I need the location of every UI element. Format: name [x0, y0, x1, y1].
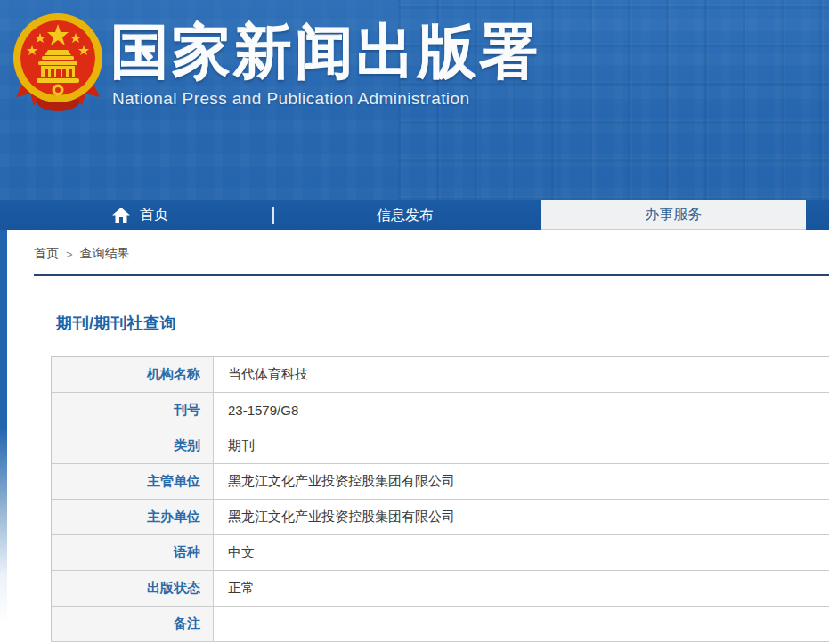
row-value: 正常 — [214, 571, 829, 606]
breadcrumb-current: 查询结果 — [80, 246, 130, 262]
row-label: 备注 — [51, 607, 214, 641]
page-title: 期刊/期刊社查询 — [56, 313, 176, 334]
nav-item-info-release[interactable]: 信息发布 — [338, 200, 472, 230]
page: 国家新闻出版署 National Press and Publication A… — [0, 0, 829, 644]
row-label: 刊号 — [51, 393, 214, 428]
left-accent-strip — [0, 230, 7, 641]
nav-item-home[interactable]: 首页 — [112, 200, 168, 230]
table-row: 主办单位 黑龙江文化产业投资控股集团有限公司 — [51, 500, 829, 535]
nav-item-services-active-tab[interactable]: 办事服务 — [541, 200, 806, 230]
site-subtitle-en: National Press and Publication Administr… — [112, 89, 611, 109]
nav-divider — [272, 207, 274, 224]
row-label: 类别 — [51, 428, 214, 463]
table-row: 语种 中文 — [51, 535, 829, 571]
row-value: 23-1579/G8 — [214, 393, 829, 428]
row-value: 当代体育科技 — [214, 357, 829, 392]
site-title: 国家新闻出版署 — [110, 16, 609, 87]
nav-item-home-label: 首页 — [140, 206, 168, 224]
nav-item-info-label: 信息发布 — [377, 208, 434, 223]
row-value — [214, 607, 829, 641]
row-value: 期刊 — [214, 428, 829, 463]
table-row: 主管单位 黑龙江文化产业投资控股集团有限公司 — [51, 464, 829, 500]
row-label: 主管单位 — [51, 464, 214, 499]
table-row: 备注 — [51, 607, 829, 642]
breadcrumb: 首页 > 查询结果 — [34, 246, 130, 262]
breadcrumb-separator: > — [66, 248, 73, 261]
table-row: 刊号 23-1579/G8 — [51, 393, 829, 428]
row-value: 中文 — [214, 535, 829, 570]
table-row: 机构名称 当代体育科技 — [51, 357, 829, 393]
row-label: 语种 — [51, 535, 214, 570]
row-value: 黑龙江文化产业投资控股集团有限公司 — [214, 500, 829, 534]
nav-item-services-label: 办事服务 — [646, 207, 703, 222]
table-row: 类别 期刊 — [51, 428, 829, 464]
home-icon — [112, 208, 130, 223]
main-nav: 首页 信息发布 办事服务 — [0, 200, 829, 230]
row-value: 黑龙江文化产业投资控股集团有限公司 — [214, 464, 829, 499]
row-label: 机构名称 — [51, 357, 214, 392]
row-label: 主办单位 — [51, 500, 214, 534]
breadcrumb-divider-line — [34, 274, 829, 276]
row-label: 出版状态 — [51, 571, 214, 606]
site-banner-link[interactable]: 国家新闻出版署 National Press and Publication A… — [0, 0, 829, 200]
breadcrumb-home[interactable]: 首页 — [34, 246, 59, 262]
table-row: 出版状态 正常 — [51, 571, 829, 607]
journal-info-table: 机构名称 当代体育科技 刊号 23-1579/G8 类别 期刊 主管单位 黑龙江… — [51, 356, 829, 642]
national-emblem-icon — [11, 12, 105, 115]
site-header: 国家新闻出版署 National Press and Publication A… — [0, 0, 829, 200]
